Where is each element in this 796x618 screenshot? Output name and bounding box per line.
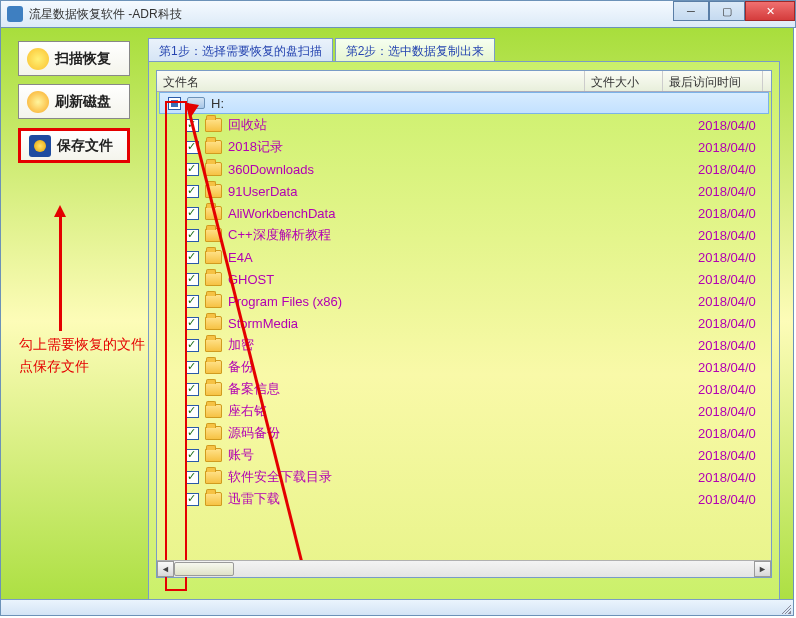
file-date: 2018/04/0	[698, 470, 756, 485]
root-label: H:	[211, 96, 618, 111]
root-checkbox[interactable]	[168, 97, 181, 110]
annotation-line2: 点保存文件	[19, 355, 145, 377]
minimize-button[interactable]: ─	[673, 1, 709, 21]
drive-icon	[187, 97, 205, 109]
file-date: 2018/04/0	[698, 316, 756, 331]
app-body: 扫描恢复 刷新磁盘 保存文件 勾上需要恢复的文件 点保存文件 第1步：选择需要恢…	[0, 28, 794, 616]
drive-root-row[interactable]: H:	[159, 92, 769, 114]
file-checkbox[interactable]	[186, 207, 199, 220]
file-row[interactable]: Program Files (x86)2018/04/0	[157, 290, 771, 312]
file-checkbox[interactable]	[186, 119, 199, 132]
window-title: 流星数据恢复软件 -ADR科技	[29, 6, 182, 23]
file-checkbox[interactable]	[186, 141, 199, 154]
folder-icon	[205, 338, 222, 352]
file-row[interactable]: 备案信息2018/04/0	[157, 378, 771, 400]
status-bar	[1, 599, 793, 615]
file-name: GHOST	[228, 272, 620, 287]
file-row[interactable]: GHOST2018/04/0	[157, 268, 771, 290]
file-checkbox[interactable]	[186, 449, 199, 462]
scroll-right-button[interactable]: ►	[754, 561, 771, 577]
col-filename[interactable]: 文件名	[157, 71, 585, 91]
file-checkbox[interactable]	[186, 163, 199, 176]
file-name: 2018记录	[228, 138, 620, 156]
file-date: 2018/04/0	[698, 338, 756, 353]
file-name: 迅雷下载	[228, 490, 620, 508]
close-button[interactable]: ✕	[745, 1, 795, 21]
file-name: 91UserData	[228, 184, 620, 199]
file-row[interactable]: 软件安全下载目录2018/04/0	[157, 466, 771, 488]
file-checkbox[interactable]	[186, 383, 199, 396]
file-name: 软件安全下载目录	[228, 468, 620, 486]
file-name: 回收站	[228, 116, 620, 134]
file-checkbox[interactable]	[186, 185, 199, 198]
folder-icon	[205, 470, 222, 484]
file-row[interactable]: 账号2018/04/0	[157, 444, 771, 466]
file-checkbox[interactable]	[186, 229, 199, 242]
file-row[interactable]: AliWorkbenchData2018/04/0	[157, 202, 771, 224]
folder-icon	[205, 184, 222, 198]
save-icon	[29, 135, 51, 157]
file-date: 2018/04/0	[698, 294, 756, 309]
refresh-icon	[27, 91, 49, 113]
file-date: 2018/04/0	[698, 162, 756, 177]
col-filesize[interactable]: 文件大小	[585, 71, 663, 91]
file-checkbox[interactable]	[186, 251, 199, 264]
app-icon	[7, 6, 23, 22]
scroll-track[interactable]	[234, 561, 754, 577]
scroll-thumb[interactable]	[174, 562, 234, 576]
file-row[interactable]: 360Downloads2018/04/0	[157, 158, 771, 180]
folder-icon	[205, 272, 222, 286]
save-label: 保存文件	[57, 137, 113, 155]
scroll-left-button[interactable]: ◄	[157, 561, 174, 577]
folder-icon	[205, 382, 222, 396]
file-name: 备份	[228, 358, 620, 376]
file-date: 2018/04/0	[698, 404, 756, 419]
file-date: 2018/04/0	[698, 448, 756, 463]
horizontal-scrollbar[interactable]: ◄ ►	[157, 560, 771, 577]
save-file-button[interactable]: 保存文件	[18, 128, 130, 163]
folder-icon	[205, 426, 222, 440]
file-row[interactable]: 源码备份2018/04/0	[157, 422, 771, 444]
file-checkbox[interactable]	[186, 405, 199, 418]
col-filedate[interactable]: 最后访问时间	[663, 71, 763, 91]
file-checkbox[interactable]	[186, 317, 199, 330]
scan-icon	[27, 48, 49, 70]
file-checkbox[interactable]	[186, 493, 199, 506]
window-titlebar: 流星数据恢复软件 -ADR科技 ─ ▢ ✕	[0, 0, 796, 28]
resize-grip-icon[interactable]	[779, 602, 791, 614]
file-row[interactable]: 2018记录2018/04/0	[157, 136, 771, 158]
file-checkbox[interactable]	[186, 273, 199, 286]
refresh-label: 刷新磁盘	[55, 93, 111, 111]
file-checkbox[interactable]	[186, 471, 199, 484]
folder-icon	[205, 250, 222, 264]
file-row[interactable]: E4A2018/04/0	[157, 246, 771, 268]
file-name: 加密	[228, 336, 620, 354]
file-row[interactable]: 回收站2018/04/0	[157, 114, 771, 136]
file-row[interactable]: 备份2018/04/0	[157, 356, 771, 378]
main-panel: 文件名 文件大小 最后访问时间 H: 回收站2018/04/02018记录201…	[148, 61, 780, 601]
folder-icon	[205, 206, 222, 220]
file-checkbox[interactable]	[186, 339, 199, 352]
folder-icon	[205, 118, 222, 132]
scan-recover-button[interactable]: 扫描恢复	[18, 41, 130, 76]
folder-icon	[205, 162, 222, 176]
refresh-disk-button[interactable]: 刷新磁盘	[18, 84, 130, 119]
file-name: E4A	[228, 250, 620, 265]
file-row[interactable]: C++深度解析教程2018/04/0	[157, 224, 771, 246]
file-date: 2018/04/0	[698, 382, 756, 397]
file-checkbox[interactable]	[186, 361, 199, 374]
file-date: 2018/04/0	[698, 250, 756, 265]
file-row[interactable]: StormMedia2018/04/0	[157, 312, 771, 334]
file-checkbox[interactable]	[186, 427, 199, 440]
folder-icon	[205, 294, 222, 308]
file-name: AliWorkbenchData	[228, 206, 620, 221]
file-row[interactable]: 迅雷下载2018/04/0	[157, 488, 771, 510]
file-checkbox[interactable]	[186, 295, 199, 308]
maximize-button[interactable]: ▢	[709, 1, 745, 21]
file-row[interactable]: 91UserData2018/04/0	[157, 180, 771, 202]
file-row[interactable]: 座右铭2018/04/0	[157, 400, 771, 422]
file-row[interactable]: 加密2018/04/0	[157, 334, 771, 356]
annotation-line1: 勾上需要恢复的文件	[19, 333, 145, 355]
file-date: 2018/04/0	[698, 140, 756, 155]
file-list: 文件名 文件大小 最后访问时间 H: 回收站2018/04/02018记录201…	[156, 70, 772, 578]
